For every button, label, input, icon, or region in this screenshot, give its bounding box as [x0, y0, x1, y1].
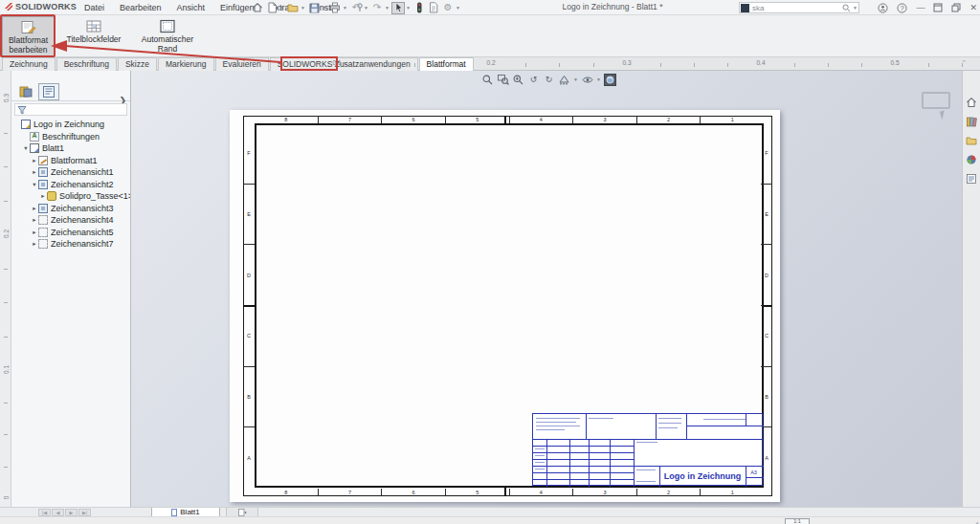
undo-icon[interactable]: ↶ [349, 2, 363, 14]
sheet-icon [171, 509, 177, 516]
chevron-down-icon[interactable]: ▼ [279, 5, 285, 11]
close-icon[interactable]: ✕ [969, 1, 977, 14]
redraw-icon[interactable]: ↻ [543, 74, 555, 86]
open-folder-icon[interactable] [286, 2, 300, 14]
search-input[interactable] [752, 4, 839, 12]
tree-item-blattformat1[interactable]: ▸Blattformat1 [11, 155, 130, 167]
nav-prev-icon[interactable]: ◀ [52, 509, 64, 516]
print-icon[interactable] [328, 2, 342, 14]
title-block[interactable]: Logo in Zeichnung A3 [532, 413, 763, 486]
chevron-down-icon[interactable]: ▼ [385, 5, 390, 11]
nav-first-icon[interactable]: |◀ [38, 509, 51, 516]
tab-zeichnung[interactable]: Zeichnung [2, 57, 56, 71]
zoom-inout-icon[interactable] [512, 74, 524, 86]
tree-item-zeichenansicht3[interactable]: ▸Zeichenansicht3 [11, 203, 130, 215]
zone-label: 6 [382, 116, 446, 123]
save-icon[interactable] [307, 2, 321, 14]
rebuild-icon[interactable] [412, 2, 426, 14]
design-library-icon[interactable] [965, 115, 978, 128]
custom-properties-icon[interactable] [965, 172, 978, 186]
feature-tree-tab[interactable] [15, 83, 36, 100]
zone-label: B [243, 367, 255, 428]
edit-sheet-format-button[interactable]: Blattformat bearbeiten [2, 16, 55, 56]
zone-label: 6 [382, 489, 446, 496]
sheet-scale[interactable]: 1:1 [785, 518, 810, 524]
tab-beschriftung[interactable]: Beschriftung [56, 57, 117, 71]
expander-closed-icon[interactable]: ▸ [31, 229, 38, 236]
tree-item-label: Zeichenansicht7 [51, 239, 114, 249]
search-icon[interactable] [839, 4, 853, 12]
tree-item-solidpro-tasse-1-[interactable]: ▸Solidpro_Tasse<1> [11, 190, 130, 203]
sheet-format-ghost-icon [922, 92, 950, 109]
chevron-down-icon[interactable]: ▼ [364, 5, 369, 11]
expander-closed-icon[interactable]: ▸ [31, 240, 38, 248]
nav-next-icon[interactable]: ▶ [65, 509, 78, 516]
drawing-sheet[interactable]: 87654321 87654321 FEDCBA FEDCBA [230, 110, 780, 502]
hide-show-icon[interactable] [581, 74, 593, 86]
zone-band-bottom: 87654321 [255, 489, 764, 496]
expander-closed-icon[interactable]: ▸ [31, 157, 38, 164]
title-block-fields-button[interactable]: Titelblockfelder [58, 16, 129, 56]
search-box[interactable]: ▼ [739, 2, 859, 13]
view-settings-icon[interactable] [604, 74, 616, 86]
menu-ansicht[interactable]: Ansicht [169, 0, 213, 15]
solidworks-resources-icon[interactable] [965, 96, 978, 109]
collapse-ribbon-icon[interactable]: ⌃ [961, 59, 967, 67]
user-account-icon[interactable] [878, 3, 888, 13]
cascade-icon[interactable] [951, 3, 961, 12]
nav-last-icon[interactable]: ▶| [78, 509, 91, 516]
tab-solidworks-zusatzanwendungen[interactable]: SOLIDWORKS Zusatzanwendungen [270, 57, 418, 71]
select-cursor-icon[interactable] [391, 2, 405, 14]
zoom-area-icon[interactable] [497, 74, 509, 86]
expander-closed-icon[interactable]: ▸ [31, 216, 38, 224]
tree-item-logo-in-zeichnung[interactable]: Logo in Zeichnung [11, 119, 130, 131]
tab-evaluieren[interactable]: Evaluieren [215, 57, 269, 71]
chevron-down-icon[interactable]: ▼ [406, 5, 412, 11]
tree-item-blatt1[interactable]: ▾Blatt1 [11, 142, 130, 155]
chevron-down-icon[interactable]: ▼ [322, 5, 327, 11]
graphics-area[interactable]: ↺ ↻ ▼ ▼ 87654321 87654321 FEDCBA FEDCBA [131, 71, 962, 507]
zoom-fit-icon[interactable] [481, 74, 494, 86]
tree-item-zeichenansicht7[interactable]: ▸Zeichenansicht7 [11, 238, 130, 251]
appearances-icon[interactable] [965, 153, 978, 166]
restore-icon[interactable] [933, 3, 943, 12]
expander-open-icon[interactable]: ▾ [31, 181, 38, 188]
chevron-down-icon[interactable]: ▼ [301, 5, 306, 11]
redo-icon[interactable]: ↷ [370, 2, 384, 14]
property-manager-tab[interactable] [38, 83, 59, 100]
tab-skizze[interactable]: Skizze [118, 57, 157, 71]
home-icon[interactable] [251, 2, 264, 14]
tree-item-zeichenansicht2[interactable]: ▾Zeichenansicht2 [11, 179, 130, 191]
tree-filter[interactable] [14, 103, 127, 116]
chevron-down-icon[interactable]: ▼ [343, 5, 348, 11]
file-explorer-icon[interactable] [965, 134, 978, 147]
expander-closed-icon[interactable]: ▸ [31, 205, 38, 212]
title-block-fields-icon [86, 19, 101, 33]
minimize-icon[interactable]: — [916, 1, 924, 14]
expander-closed-icon[interactable]: ▸ [39, 192, 47, 200]
tab-blattformat[interactable]: Blattformat [419, 57, 474, 71]
automatic-border-button[interactable]: Automatischer Rand [131, 16, 204, 56]
expander-closed-icon[interactable]: ▸ [31, 168, 38, 176]
zone-label: D [243, 245, 255, 306]
tree-item-zeichenansicht1[interactable]: ▸Zeichenansicht1 [11, 166, 130, 179]
chevron-down-icon[interactable]: ▼ [853, 5, 858, 11]
help-icon[interactable]: ? [897, 3, 907, 13]
options-gear-icon[interactable]: ⚙ [441, 2, 455, 14]
section-view-icon[interactable] [558, 74, 570, 86]
chevron-down-icon[interactable]: ▼ [596, 76, 601, 82]
tree-item-beschriftungen[interactable]: Beschriftungen [11, 131, 130, 143]
tree-item-zeichenansicht5[interactable]: ▸Zeichenansicht5 [11, 227, 130, 239]
command-tabs: ZeichnungBeschriftungSkizzeMarkierungEva… [2, 57, 475, 71]
tab-markierung[interactable]: Markierung [158, 57, 214, 71]
new-doc-icon[interactable] [265, 2, 278, 14]
file-properties-icon[interactable] [427, 2, 440, 14]
expander-open-icon[interactable]: ▾ [22, 144, 30, 152]
previous-view-icon[interactable]: ↺ [527, 74, 540, 86]
menu-bearbeiten[interactable]: Bearbeiten [112, 0, 169, 15]
tree-item-zeichenansicht4[interactable]: ▸Zeichenansicht4 [11, 214, 130, 227]
chevron-down-icon[interactable]: ▼ [573, 76, 578, 82]
vruler-tick [4, 403, 8, 404]
menu-datei[interactable]: Datei [77, 0, 112, 15]
chevron-down-icon[interactable]: ▼ [456, 5, 461, 11]
